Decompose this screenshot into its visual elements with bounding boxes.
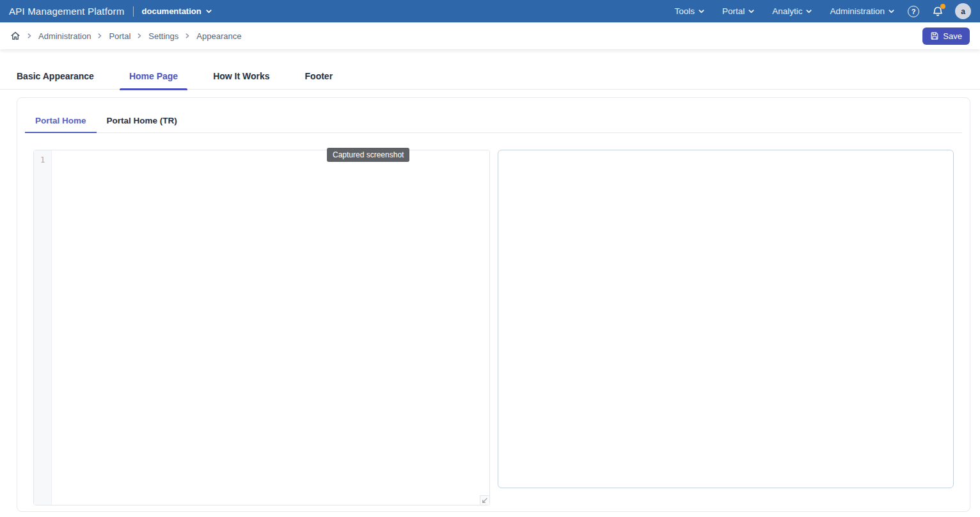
nav-menu-label: Analytic [772, 6, 802, 16]
home-page-card: Portal Home Portal Home (TR) 1 [17, 97, 970, 512]
nav-menu-label: Portal [722, 6, 745, 16]
nav-menu-tools[interactable]: Tools [674, 6, 705, 16]
chevron-right-icon [97, 33, 103, 39]
notifications-button[interactable] [932, 6, 944, 17]
chevron-right-icon [136, 33, 143, 39]
appearance-tabs: Basic Appearance Home Page How It Works … [0, 63, 980, 90]
breadcrumb-item-settings[interactable]: Settings [148, 31, 178, 41]
topbar-nav: Tools Portal Analytic Administration ? [657, 3, 971, 19]
help-icon: ? [908, 6, 919, 17]
app-title: API Management Platform [9, 6, 125, 17]
subtab-portal-home-tr[interactable]: Portal Home (TR) [97, 108, 187, 132]
save-button-label: Save [943, 31, 962, 41]
tab-how-it-works[interactable]: How It Works [213, 63, 269, 90]
nav-menu-portal[interactable]: Portal [722, 6, 755, 16]
breadcrumb-item-portal[interactable]: Portal [109, 31, 130, 41]
workspace-dropdown[interactable]: documentation [142, 6, 212, 16]
breadcrumb-item-administration[interactable]: Administration [38, 31, 91, 41]
portal-home-subtabs: Portal Home Portal Home (TR) [25, 108, 962, 133]
notification-dot [940, 4, 945, 9]
html-code-editor[interactable]: 1 [33, 150, 490, 505]
chevron-right-icon [184, 33, 191, 39]
topbar: API Management Platform documentation To… [0, 0, 980, 22]
nav-menu-label: Administration [830, 6, 885, 16]
chevron-down-icon [205, 8, 212, 15]
tab-footer[interactable]: Footer [305, 63, 333, 90]
subtab-portal-home[interactable]: Portal Home [25, 108, 97, 132]
avatar[interactable]: a [955, 3, 971, 19]
home-page-preview [498, 150, 954, 488]
help-button[interactable]: ? [908, 6, 919, 17]
chevron-down-icon [888, 8, 895, 15]
tab-basic-appearance[interactable]: Basic Appearance [17, 63, 94, 90]
tooltip: Captured screenshot [327, 148, 409, 162]
nav-menu-administration[interactable]: Administration [830, 6, 895, 16]
breadcrumb-bar: Administration Portal Settings Appearanc… [0, 22, 980, 49]
editor-line-gutter: 1 [34, 150, 52, 505]
editor-text-area[interactable] [52, 150, 489, 505]
line-number: 1 [40, 155, 45, 164]
brand-divider [133, 6, 134, 17]
home-icon[interactable] [10, 31, 20, 41]
tab-home-page[interactable]: Home Page [129, 63, 178, 90]
chevron-down-icon [805, 8, 812, 15]
chevron-down-icon [748, 8, 755, 15]
chevron-down-icon [698, 8, 705, 15]
chevron-right-icon [26, 33, 33, 39]
nav-menu-label: Tools [674, 6, 695, 16]
resize-arrow-icon [481, 497, 488, 504]
workspace-label: documentation [142, 6, 202, 16]
editor-preview-panes: 1 [33, 150, 954, 505]
breadcrumb-item-appearance: Appearance [196, 31, 241, 41]
save-icon [930, 31, 939, 40]
save-button[interactable]: Save [922, 28, 970, 45]
nav-menu-analytic[interactable]: Analytic [772, 6, 812, 16]
editor-resize-handle[interactable] [480, 495, 489, 505]
bell-icon [932, 6, 944, 17]
